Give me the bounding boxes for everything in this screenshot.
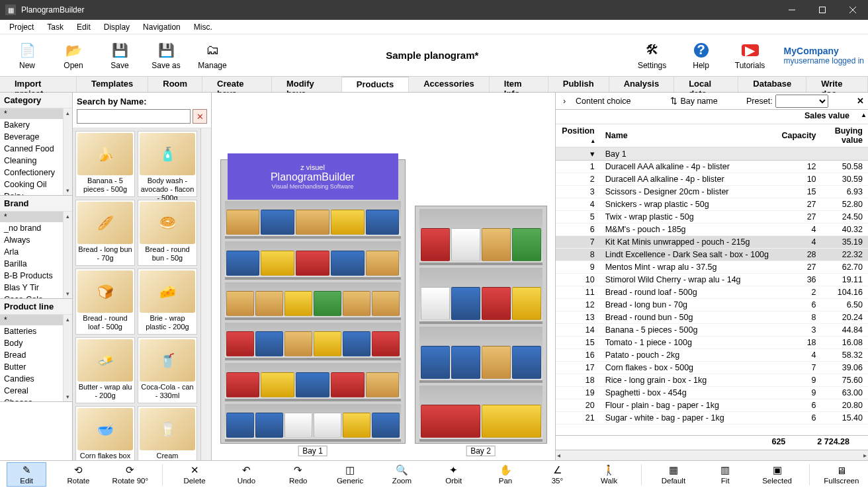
minimize-button[interactable] xyxy=(777,0,807,20)
product-card[interactable]: 🥛Cream xyxy=(138,406,197,460)
tab-products[interactable]: Products xyxy=(342,77,409,92)
tab-write-doc[interactable]: Write doc xyxy=(806,77,868,92)
table-row[interactable]: 2Duracell AA alkaline - 4p - blister1030… xyxy=(556,173,868,186)
filter-category-all[interactable]: * xyxy=(0,108,72,119)
tab-database[interactable]: Database xyxy=(738,77,806,92)
tab-analysis[interactable]: Analysis xyxy=(609,77,674,92)
new-button[interactable]: 📄 New xyxy=(4,37,50,74)
table-row[interactable]: 19Spaghetti - box - 454g963.00 xyxy=(556,387,868,399)
filter-item[interactable]: Cereal xyxy=(0,385,72,397)
col-buying-value[interactable]: Buying value xyxy=(822,124,868,147)
filter-item[interactable]: Cheese xyxy=(0,397,72,401)
tab-modify-bays[interactable]: Modify bays xyxy=(272,77,342,92)
filter-line-all[interactable]: * xyxy=(0,315,72,325)
table-row[interactable]: 20Flour - plain - bag - paper - 1kg620.8… xyxy=(556,399,868,412)
table-row[interactable]: 12Bread - long bun - 70g66.50 xyxy=(556,299,868,311)
save-button[interactable]: 💾 Save xyxy=(97,37,143,74)
rotate-button[interactable]: ⟲Rotate xyxy=(58,462,98,487)
saveas-button[interactable]: 💾 Save as xyxy=(143,37,189,74)
generic-button[interactable]: ◫Generic xyxy=(330,462,370,487)
filter-item[interactable]: Bakery xyxy=(0,119,72,131)
angle-button[interactable]: ∠35° xyxy=(537,462,577,487)
table-row[interactable]: 5Twix - wrap plastic - 50g2724.50 xyxy=(556,211,868,224)
redo-button[interactable]: ↷Redo xyxy=(279,462,318,487)
table-row[interactable]: 13Bread - round bun - 50g820.24 xyxy=(556,311,868,324)
menu-edit[interactable]: Edit xyxy=(70,21,97,33)
manage-button[interactable]: 🗂 Manage xyxy=(189,37,236,74)
tab-local-data[interactable]: Local data xyxy=(674,77,738,92)
fullscreen-button[interactable]: 🖥Fullscreen xyxy=(822,462,861,487)
table-row[interactable]: 9Mentos Mint - wrap alu - 37.5g2762.70 xyxy=(556,261,868,274)
help-button[interactable]: ? Help xyxy=(678,37,724,74)
tab-import-project[interactable]: Import project xyxy=(0,77,77,92)
table-row[interactable]: 17Corn flakes - box - 500g739.06 xyxy=(556,362,868,374)
filter-item[interactable]: _no brand xyxy=(0,222,72,234)
filter-item[interactable]: Arla xyxy=(0,246,72,258)
filter-item[interactable]: Cleaning xyxy=(0,155,72,167)
table-row[interactable]: 11Bread - round loaf - 500g2104.16 xyxy=(556,286,868,299)
filter-category-scrollbar[interactable]: ▴▾ xyxy=(63,108,72,195)
table-row[interactable]: 14Banana - 5 pieces - 500g344.84 xyxy=(556,324,868,337)
filter-category-list[interactable]: *BakeryBeverageCanned FoodCleaningConfec… xyxy=(0,108,72,195)
filter-item[interactable]: Batteries xyxy=(0,325,72,337)
filter-item[interactable]: Candies xyxy=(0,373,72,385)
menu-misc[interactable]: Misc. xyxy=(187,21,219,33)
bay-name-label[interactable]: Bay name xyxy=(680,97,717,106)
filter-item[interactable]: Coca-Cola xyxy=(0,294,72,298)
table-row[interactable]: 15Tomato - 1 piece - 100g1816.08 xyxy=(556,337,868,349)
table-row[interactable]: 3Scissors - Designer 20cm - blister156.9… xyxy=(556,186,868,198)
filter-item[interactable]: Butter xyxy=(0,361,72,373)
product-card[interactable]: 🥖Bread - long bun - 70g xyxy=(75,200,135,266)
product-card[interactable]: 🧀Brie - wrap plastic - 200g xyxy=(138,268,197,335)
edit-button[interactable]: ✎Edit xyxy=(7,462,46,487)
walk-button[interactable]: 🚶Walk xyxy=(589,462,629,487)
table-row[interactable]: 6M&M's - pouch - 185g440.32 xyxy=(556,224,868,236)
product-card[interactable]: 🥣Corn flakes box xyxy=(75,406,135,460)
table-row[interactable]: 10Stimorol Wild Cherry - wrap alu - 14g3… xyxy=(556,274,868,286)
rotate90-button[interactable]: ⟳Rotate 90° xyxy=(110,462,150,487)
preset-select[interactable] xyxy=(775,95,828,108)
orbit-button[interactable]: ✦Orbit xyxy=(434,462,474,487)
filter-item[interactable]: Canned Food xyxy=(0,143,72,155)
open-button[interactable]: 📂 Open xyxy=(50,37,97,74)
table-row[interactable]: 18Rice - long grain - box - 1kg975.60 xyxy=(556,374,868,387)
product-card[interactable]: 🧴Body wash - avocado - flacon - 500g xyxy=(138,131,197,197)
search-input[interactable] xyxy=(77,109,191,124)
menu-task[interactable]: Task xyxy=(40,21,70,33)
product-card[interactable]: 🍌Banana - 5 pieces - 500g xyxy=(75,131,135,197)
table-row[interactable]: 8Lindt Excellence - Dark Sea salt - box … xyxy=(556,249,868,261)
filter-brand-list[interactable]: *_no brandAlwaysArlaBarillaB-B ProductsB… xyxy=(0,212,72,298)
filter-item[interactable]: Confectionery xyxy=(0,167,72,179)
close-panel-button[interactable]: ✕ xyxy=(857,96,864,106)
undo-button[interactable]: ↶Undo xyxy=(226,462,266,487)
col-capacity[interactable]: Capacity xyxy=(774,124,822,147)
sort-icon[interactable]: ⇅ xyxy=(670,96,677,106)
filter-item[interactable]: Blas Y Tir xyxy=(0,282,72,294)
bay-1[interactable]: z visuel PlanogramBuilder Visual Merchan… xyxy=(220,159,406,444)
filter-brand-scrollbar[interactable]: ▴▾ xyxy=(63,212,72,298)
clear-search-button[interactable]: ✕ xyxy=(193,109,207,124)
filter-item[interactable]: Always xyxy=(0,234,72,246)
menu-display[interactable]: Display xyxy=(97,21,136,33)
col-position[interactable]: Position ▴ xyxy=(556,124,600,147)
pan-button[interactable]: ✋Pan xyxy=(486,462,525,487)
bay-group-row[interactable]: ▾Bay 1 xyxy=(556,147,868,161)
table-row[interactable]: 1Duracell AAA alkaline - 4p - blister125… xyxy=(556,161,868,173)
menu-navigation[interactable]: Navigation xyxy=(136,21,187,33)
maximize-button[interactable] xyxy=(807,0,838,20)
filter-line-scrollbar[interactable]: ▴▾ xyxy=(63,315,72,401)
product-card[interactable]: 🥯Bread - round bun - 50g xyxy=(138,200,197,266)
table-row[interactable]: 4Snickers - wrap plastic - 50g2752.80 xyxy=(556,198,868,211)
fit-button[interactable]: ▥Fit xyxy=(705,462,745,487)
col-name[interactable]: Name xyxy=(600,124,774,147)
table-row[interactable]: 16Patato - pouch - 2kg458.32 xyxy=(556,349,868,362)
content-choice-label[interactable]: Content choice xyxy=(576,97,630,106)
table-wrap[interactable]: Position ▴ Name Capacity Buying value ▾B… xyxy=(556,124,868,435)
settings-button[interactable]: 🛠 Settings xyxy=(629,37,675,74)
table-row[interactable]: 21Sugar - white - bag - paper - 1kg615.4… xyxy=(556,412,868,425)
catalog-scrollbar[interactable] xyxy=(200,128,211,460)
filter-item[interactable]: Barilla xyxy=(0,258,72,270)
default-button[interactable]: ▦Default xyxy=(654,462,693,487)
horizontal-scrollbar[interactable]: ◂▸ xyxy=(556,450,868,460)
bay-2[interactable]: Bay 2 xyxy=(415,206,547,444)
